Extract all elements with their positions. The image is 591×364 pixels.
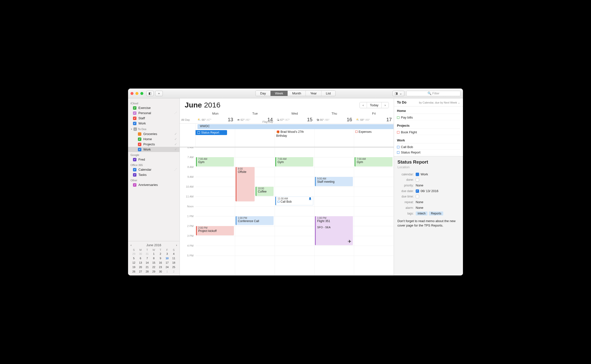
panel-toggle-button[interactable]: ◨ ⌄	[393, 91, 404, 96]
calendar-checkbox[interactable]	[133, 122, 136, 125]
calendar-checkbox[interactable]	[138, 132, 141, 136]
mini-day[interactable]: 19	[131, 265, 137, 269]
calendar-checkbox[interactable]	[138, 148, 141, 151]
mini-day[interactable]: 10	[164, 256, 170, 260]
sidebar-group-to-dos[interactable]: ▼ – To Dos	[128, 126, 180, 131]
todo-item[interactable]: Status Report	[397, 150, 460, 155]
mini-day[interactable]: 16	[157, 261, 164, 265]
mini-day[interactable]: 11	[170, 256, 177, 260]
mini-prev[interactable]: ‹	[131, 243, 131, 247]
next-week[interactable]: ›	[382, 102, 389, 108]
add-button[interactable]: ＋	[155, 91, 163, 96]
allday-event-wwdc[interactable]: WWDC	[197, 124, 394, 129]
mini-day[interactable]: 14	[144, 261, 150, 265]
detail-repeat[interactable]: None	[416, 200, 423, 204]
event-gym[interactable]: 7:00 AMGym	[355, 157, 393, 167]
sidebar-group-other[interactable]: Other	[128, 177, 180, 182]
view-month[interactable]: Month	[288, 91, 306, 96]
mini-day[interactable]: 7	[144, 256, 150, 260]
day-column[interactable]: 9:00 AMStaff meeting1:00 PMFlight 351SFO…	[314, 147, 354, 275]
calendar-checkbox[interactable]	[138, 137, 141, 141]
mini-day[interactable]: 30	[157, 270, 164, 273]
close-icon[interactable]	[131, 92, 133, 95]
view-year[interactable]: Year	[306, 91, 321, 96]
mini-day[interactable]: 30	[137, 252, 144, 256]
todo-checkbox[interactable]	[397, 116, 399, 119]
mini-day[interactable]: 6	[137, 256, 144, 260]
due-date-checkbox[interactable]	[416, 189, 419, 193]
mini-day[interactable]: 18	[170, 261, 177, 265]
mini-day[interactable]: 25	[170, 265, 177, 269]
mini-day[interactable]: 31	[144, 252, 150, 256]
detail-priority[interactable]: None	[416, 183, 423, 187]
sidebar-item-projects[interactable]: Projects✓	[128, 142, 180, 147]
mini-day[interactable]: 5	[131, 256, 137, 260]
mini-day[interactable]: 20	[137, 265, 144, 269]
sidebar-item-staff[interactable]: Staff	[128, 116, 180, 121]
event-coffee[interactable]: 10:00Coffee	[256, 187, 274, 196]
mini-day[interactable]: 1	[164, 270, 170, 273]
event-call-bob[interactable]: 11:00 AM 👤Call Bob	[275, 197, 313, 205]
tag[interactable]: Reports	[429, 212, 443, 215]
mini-day[interactable]: 29	[131, 252, 137, 256]
event-gym[interactable]: 7:00 AMGym	[275, 157, 313, 167]
mini-day[interactable]: 13	[137, 261, 144, 265]
calendar-checkbox[interactable]	[133, 117, 136, 120]
calendar-checkbox[interactable]	[133, 158, 136, 161]
calendar-checkbox[interactable]	[133, 168, 136, 171]
mini-day[interactable]: 9	[157, 256, 164, 260]
event-conference-call[interactable]: 1:00 PMConference Call	[236, 216, 274, 225]
sidebar-group-office-365[interactable]: Office 365	[128, 162, 180, 167]
event-gym[interactable]: 7:00 AMGym	[196, 157, 234, 167]
mini-next[interactable]: ›	[176, 243, 177, 247]
allday-event-status[interactable]: Status Report	[196, 130, 227, 135]
calendar-checkbox[interactable]	[133, 183, 136, 187]
todo-item[interactable]: Pay bills	[397, 115, 460, 120]
sidebar-item-tasks[interactable]: Tasks	[128, 172, 180, 177]
sidebar-item-work[interactable]: Work	[128, 121, 180, 126]
sidebar-group-icloud[interactable]: iCloud	[128, 100, 180, 105]
detail-alarm[interactable]: None	[416, 206, 423, 210]
mini-day[interactable]: 2	[170, 270, 177, 273]
view-day[interactable]: Day	[256, 91, 271, 96]
calendar-checkbox[interactable]	[133, 111, 136, 115]
mini-day[interactable]: 21	[144, 265, 150, 269]
todo-item[interactable]: Book Flight	[397, 130, 460, 135]
detail-location[interactable]: Location	[397, 165, 460, 169]
allday-event-expenses[interactable]: Expenses	[355, 130, 372, 134]
mini-day[interactable]: 12	[131, 261, 137, 265]
day-column[interactable]: 8:00Offsite10:00Coffee1:00 PMConference …	[235, 147, 275, 275]
mini-day[interactable]: 17	[164, 261, 170, 265]
detail-due-date[interactable]: 06/ 13/ 2016	[421, 189, 438, 193]
sidebar-item-personal[interactable]: Personal⋰	[128, 110, 180, 116]
todo-checkbox[interactable]	[397, 151, 399, 154]
sidebar-item-anniversaries[interactable]: Anniversaries	[128, 182, 180, 187]
detail-note[interactable]: Don't forget to read memo about the new …	[397, 219, 460, 228]
mini-day[interactable]: 26	[131, 270, 137, 273]
tag[interactable]: intech	[416, 212, 427, 215]
detail-calendar[interactable]: Work	[421, 172, 428, 176]
todo-checkbox[interactable]	[397, 146, 399, 148]
time-grid[interactable]: 6 AM7 AM8 AM9 AM10 AM11 AMNoon1 PM2 PM3 …	[180, 147, 394, 275]
day-column[interactable]: 7:00 AMGym2:00 PMProject kickoff	[196, 147, 235, 275]
zoom-icon[interactable]	[140, 92, 143, 95]
day-column[interactable]: 7:00 AMGym	[354, 147, 394, 275]
sidebar-item-groceries[interactable]: Groceries✓	[128, 131, 180, 136]
mini-day[interactable]: 4	[170, 252, 177, 256]
mini-day[interactable]: 8	[150, 256, 157, 260]
sidebar-toggle-button[interactable]: ◧	[146, 91, 154, 96]
panel-subtitle[interactable]: by Calendar, due by Next Week ⌄	[419, 101, 460, 104]
event-staff-meeting[interactable]: 9:00 AMStaff meeting	[315, 177, 353, 186]
today-button[interactable]: Today	[367, 102, 382, 108]
sidebar-item-fred[interactable]: Fred	[128, 157, 180, 162]
event-project-kickoff[interactable]: 2:00 PMProject kickoff	[196, 226, 234, 235]
mini-day[interactable]: 29	[150, 270, 157, 273]
calendar-checkbox[interactable]	[133, 106, 136, 110]
minimize-icon[interactable]	[135, 92, 138, 95]
event-flight[interactable]: 1:00 PMFlight 351SFO - SEA✈︎	[315, 216, 353, 245]
prev-week[interactable]: ‹	[360, 102, 367, 108]
mini-day[interactable]: 24	[164, 265, 170, 269]
sidebar-item-exercise[interactable]: Exercise	[128, 105, 180, 110]
mini-day[interactable]: 1	[150, 252, 157, 256]
mini-day[interactable]: 28	[144, 270, 150, 273]
